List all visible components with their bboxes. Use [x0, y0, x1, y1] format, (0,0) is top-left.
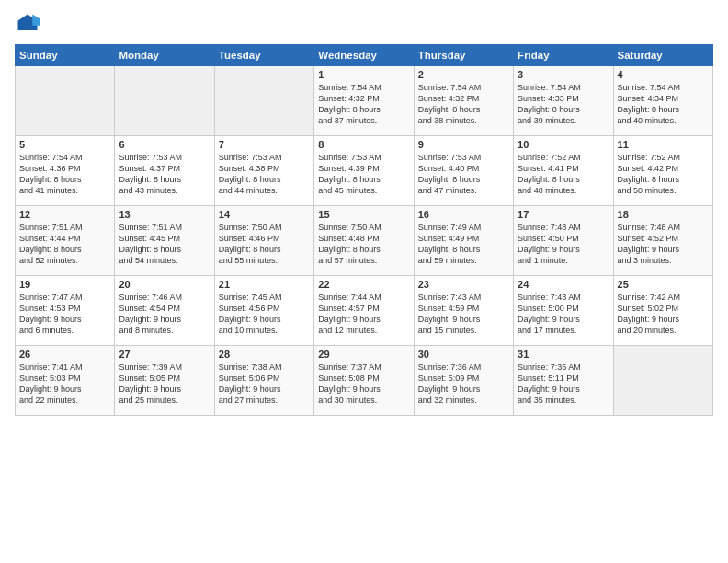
calendar-cell: 28Sunrise: 7:38 AM Sunset: 5:06 PM Dayli… [214, 346, 313, 416]
calendar-week-row-1: 1Sunrise: 7:54 AM Sunset: 4:32 PM Daylig… [16, 66, 713, 136]
calendar-cell: 17Sunrise: 7:48 AM Sunset: 4:50 PM Dayli… [514, 206, 613, 276]
calendar-cell: 8Sunrise: 7:53 AM Sunset: 4:39 PM Daylig… [314, 136, 414, 206]
day-number: 25 [618, 279, 709, 290]
calendar-cell: 15Sunrise: 7:50 AM Sunset: 4:48 PM Dayli… [314, 206, 414, 276]
logo [15, 11, 44, 37]
day-number: 20 [119, 279, 210, 290]
day-info: Sunrise: 7:36 AM Sunset: 5:09 PM Dayligh… [418, 362, 509, 407]
calendar-cell: 7Sunrise: 7:53 AM Sunset: 4:38 PM Daylig… [214, 136, 313, 206]
day-number: 29 [318, 349, 409, 360]
day-number: 21 [219, 279, 310, 290]
day-info: Sunrise: 7:39 AM Sunset: 5:05 PM Dayligh… [119, 362, 210, 407]
day-number: 9 [418, 139, 509, 150]
calendar-cell: 30Sunrise: 7:36 AM Sunset: 5:09 PM Dayli… [414, 346, 513, 416]
calendar-cell: 3Sunrise: 7:54 AM Sunset: 4:33 PM Daylig… [514, 66, 613, 136]
calendar-cell: 14Sunrise: 7:50 AM Sunset: 4:46 PM Dayli… [214, 206, 313, 276]
day-number: 31 [518, 349, 609, 360]
calendar-cell: 20Sunrise: 7:46 AM Sunset: 4:54 PM Dayli… [115, 276, 214, 346]
day-number: 7 [219, 139, 310, 150]
day-info: Sunrise: 7:52 AM Sunset: 4:41 PM Dayligh… [518, 152, 609, 197]
day-number: 18 [618, 209, 709, 220]
svg-marker-1 [32, 15, 40, 26]
day-info: Sunrise: 7:41 AM Sunset: 5:03 PM Dayligh… [19, 362, 110, 407]
day-number: 16 [418, 209, 509, 220]
calendar-cell: 6Sunrise: 7:53 AM Sunset: 4:37 PM Daylig… [115, 136, 214, 206]
day-info: Sunrise: 7:44 AM Sunset: 4:57 PM Dayligh… [318, 292, 409, 337]
day-number: 24 [518, 279, 609, 290]
day-number: 3 [518, 69, 609, 80]
day-number: 28 [219, 349, 310, 360]
day-info: Sunrise: 7:50 AM Sunset: 4:46 PM Dayligh… [219, 222, 310, 267]
weekday-header-saturday: Saturday [613, 45, 712, 66]
day-info: Sunrise: 7:54 AM Sunset: 4:34 PM Dayligh… [618, 82, 709, 127]
calendar-week-row-5: 26Sunrise: 7:41 AM Sunset: 5:03 PM Dayli… [16, 346, 713, 416]
day-number: 23 [418, 279, 509, 290]
day-number: 17 [518, 209, 609, 220]
calendar-cell: 22Sunrise: 7:44 AM Sunset: 4:57 PM Dayli… [314, 276, 414, 346]
calendar-cell: 31Sunrise: 7:35 AM Sunset: 5:11 PM Dayli… [514, 346, 613, 416]
calendar-cell: 27Sunrise: 7:39 AM Sunset: 5:05 PM Dayli… [115, 346, 214, 416]
calendar-week-row-3: 12Sunrise: 7:51 AM Sunset: 4:44 PM Dayli… [16, 206, 713, 276]
day-info: Sunrise: 7:35 AM Sunset: 5:11 PM Dayligh… [518, 362, 609, 407]
calendar-cell [613, 346, 712, 416]
day-number: 12 [19, 209, 110, 220]
calendar-cell [214, 66, 313, 136]
calendar-cell: 24Sunrise: 7:43 AM Sunset: 5:00 PM Dayli… [514, 276, 613, 346]
day-info: Sunrise: 7:37 AM Sunset: 5:08 PM Dayligh… [318, 362, 409, 407]
weekday-header-thursday: Thursday [414, 45, 513, 66]
calendar-week-row-4: 19Sunrise: 7:47 AM Sunset: 4:53 PM Dayli… [16, 276, 713, 346]
calendar-cell: 13Sunrise: 7:51 AM Sunset: 4:45 PM Dayli… [115, 206, 214, 276]
calendar-cell: 21Sunrise: 7:45 AM Sunset: 4:56 PM Dayli… [214, 276, 313, 346]
day-info: Sunrise: 7:49 AM Sunset: 4:49 PM Dayligh… [418, 222, 509, 267]
page-header [15, 11, 713, 37]
calendar-cell: 16Sunrise: 7:49 AM Sunset: 4:49 PM Dayli… [414, 206, 513, 276]
calendar-cell: 5Sunrise: 7:54 AM Sunset: 4:36 PM Daylig… [16, 136, 115, 206]
weekday-header-row: SundayMondayTuesdayWednesdayThursdayFrid… [16, 45, 713, 66]
day-info: Sunrise: 7:48 AM Sunset: 4:52 PM Dayligh… [618, 222, 709, 267]
day-number: 6 [119, 139, 210, 150]
day-number: 27 [119, 349, 210, 360]
calendar-cell: 12Sunrise: 7:51 AM Sunset: 4:44 PM Dayli… [16, 206, 115, 276]
day-info: Sunrise: 7:43 AM Sunset: 5:00 PM Dayligh… [518, 292, 609, 337]
day-number: 4 [618, 69, 709, 80]
logo-icon [15, 11, 40, 37]
day-number: 13 [119, 209, 210, 220]
day-info: Sunrise: 7:48 AM Sunset: 4:50 PM Dayligh… [518, 222, 609, 267]
calendar-cell: 11Sunrise: 7:52 AM Sunset: 4:42 PM Dayli… [613, 136, 712, 206]
day-number: 19 [19, 279, 110, 290]
day-info: Sunrise: 7:50 AM Sunset: 4:48 PM Dayligh… [318, 222, 409, 267]
calendar-cell: 25Sunrise: 7:42 AM Sunset: 5:02 PM Dayli… [613, 276, 712, 346]
day-number: 10 [518, 139, 609, 150]
calendar-cell: 9Sunrise: 7:53 AM Sunset: 4:40 PM Daylig… [414, 136, 513, 206]
day-number: 8 [318, 139, 409, 150]
calendar-cell [16, 66, 115, 136]
day-number: 26 [19, 349, 110, 360]
day-number: 5 [19, 139, 110, 150]
calendar-week-row-2: 5Sunrise: 7:54 AM Sunset: 4:36 PM Daylig… [16, 136, 713, 206]
day-info: Sunrise: 7:54 AM Sunset: 4:33 PM Dayligh… [518, 82, 609, 127]
calendar-cell: 2Sunrise: 7:54 AM Sunset: 4:32 PM Daylig… [414, 66, 513, 136]
day-info: Sunrise: 7:47 AM Sunset: 4:53 PM Dayligh… [19, 292, 110, 337]
weekday-header-monday: Monday [115, 45, 214, 66]
day-info: Sunrise: 7:54 AM Sunset: 4:36 PM Dayligh… [19, 152, 110, 197]
day-info: Sunrise: 7:53 AM Sunset: 4:37 PM Dayligh… [119, 152, 210, 197]
day-info: Sunrise: 7:45 AM Sunset: 4:56 PM Dayligh… [219, 292, 310, 337]
day-info: Sunrise: 7:51 AM Sunset: 4:44 PM Dayligh… [19, 222, 110, 267]
day-info: Sunrise: 7:53 AM Sunset: 4:39 PM Dayligh… [318, 152, 409, 197]
day-number: 30 [418, 349, 509, 360]
day-number: 14 [219, 209, 310, 220]
weekday-header-wednesday: Wednesday [314, 45, 414, 66]
day-info: Sunrise: 7:38 AM Sunset: 5:06 PM Dayligh… [219, 362, 310, 407]
calendar-cell: 19Sunrise: 7:47 AM Sunset: 4:53 PM Dayli… [16, 276, 115, 346]
calendar-cell: 29Sunrise: 7:37 AM Sunset: 5:08 PM Dayli… [314, 346, 414, 416]
day-number: 1 [318, 69, 409, 80]
day-info: Sunrise: 7:54 AM Sunset: 4:32 PM Dayligh… [418, 82, 509, 127]
day-info: Sunrise: 7:43 AM Sunset: 4:59 PM Dayligh… [418, 292, 509, 337]
day-info: Sunrise: 7:54 AM Sunset: 4:32 PM Dayligh… [318, 82, 409, 127]
calendar-cell: 10Sunrise: 7:52 AM Sunset: 4:41 PM Dayli… [514, 136, 613, 206]
calendar-cell [115, 66, 214, 136]
day-number: 2 [418, 69, 509, 80]
day-info: Sunrise: 7:51 AM Sunset: 4:45 PM Dayligh… [119, 222, 210, 267]
calendar-cell: 23Sunrise: 7:43 AM Sunset: 4:59 PM Dayli… [414, 276, 513, 346]
day-info: Sunrise: 7:42 AM Sunset: 5:02 PM Dayligh… [618, 292, 709, 337]
